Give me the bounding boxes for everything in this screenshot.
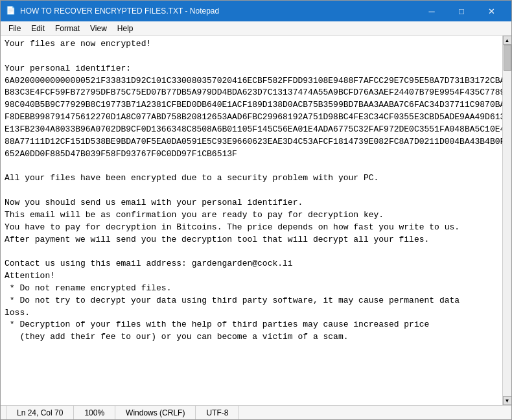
scroll-down-arrow[interactable]: ▼ bbox=[503, 396, 512, 405]
app-icon: 📄 bbox=[6, 6, 16, 16]
zoom-level: 100% bbox=[74, 406, 115, 419]
menu-bar: File Edit Format View Help bbox=[1, 21, 511, 36]
title-bar-left: 📄 HOW TO RECOVER ENCRYPTED FILES.TXT - N… bbox=[6, 6, 219, 16]
minimize-button[interactable]: ─ bbox=[417, 1, 447, 21]
menu-view[interactable]: View bbox=[85, 21, 112, 36]
vertical-scrollbar[interactable]: ▲ ▼ bbox=[502, 36, 511, 405]
editor-wrapper: ▲ ▼ bbox=[1, 36, 511, 405]
line-ending: Windows (CRLF) bbox=[115, 406, 196, 419]
scroll-up-arrow[interactable]: ▲ bbox=[503, 36, 512, 45]
scroll-track[interactable] bbox=[503, 45, 511, 396]
title-bar: 📄 HOW TO RECOVER ENCRYPTED FILES.TXT - N… bbox=[1, 1, 511, 21]
text-editor[interactable] bbox=[1, 36, 502, 405]
menu-edit[interactable]: Edit bbox=[26, 21, 50, 36]
menu-format[interactable]: Format bbox=[50, 21, 85, 36]
cursor-position: Ln 24, Col 70 bbox=[6, 406, 74, 419]
maximize-button[interactable]: □ bbox=[447, 1, 476, 21]
menu-help[interactable]: Help bbox=[112, 21, 139, 36]
status-bar: Ln 24, Col 70 100% Windows (CRLF) UTF-8 bbox=[1, 405, 511, 419]
window-controls: ─ □ ✕ bbox=[417, 1, 506, 21]
notepad-window: 📄 HOW TO RECOVER ENCRYPTED FILES.TXT - N… bbox=[0, 0, 512, 420]
close-button[interactable]: ✕ bbox=[476, 1, 506, 21]
menu-file[interactable]: File bbox=[3, 21, 26, 36]
encoding: UTF-8 bbox=[196, 406, 239, 419]
window-title: HOW TO RECOVER ENCRYPTED FILES.TXT - Not… bbox=[20, 6, 219, 16]
scroll-thumb[interactable] bbox=[504, 45, 511, 71]
